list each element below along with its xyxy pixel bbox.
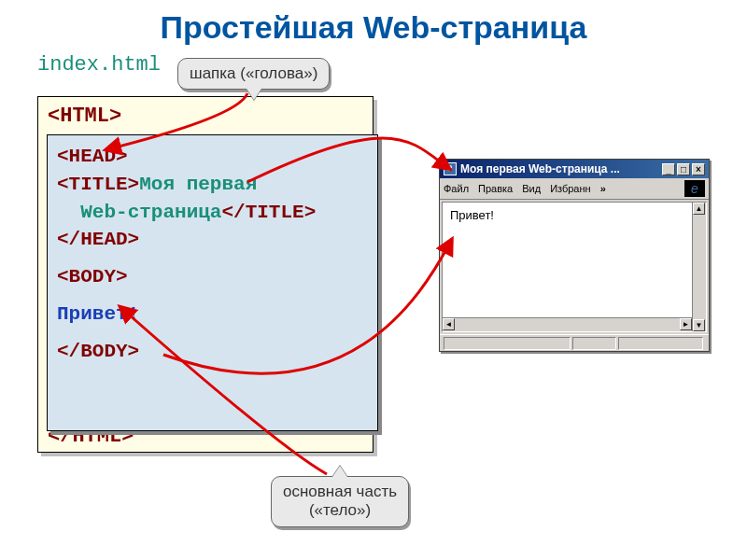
browser-window: Моя первая Web-страница ... _ □ × Файл П… [439, 159, 710, 352]
callout-body: основная часть («тело») [271, 476, 409, 527]
slide-title: Простейшая Web-страница [0, 9, 747, 46]
browser-menubar: Файл Правка Вид Избранн » e [440, 178, 709, 200]
code-title-open: <TITLE> [57, 174, 139, 195]
code-head-close: </HEAD> [57, 229, 139, 250]
window-maximize-button[interactable]: □ [677, 163, 690, 175]
browser-statusbar [440, 334, 709, 351]
menu-more[interactable]: » [600, 183, 606, 194]
window-close-button[interactable]: × [692, 163, 705, 175]
ie-icon [444, 162, 457, 175]
code-body-text: Привет! [57, 303, 139, 325]
browser-titlebar: Моя первая Web-страница ... _ □ × [440, 160, 709, 178]
filename-label: index.html [37, 53, 747, 77]
menu-favorites[interactable]: Избранн [550, 183, 591, 194]
code-head-open: <HEAD> [57, 146, 128, 167]
page-content: Привет! [450, 208, 494, 222]
menu-view[interactable]: Вид [522, 183, 541, 194]
menu-file[interactable]: Файл [444, 183, 469, 194]
scroll-right-icon[interactable]: ► [680, 318, 692, 330]
code-title-text2: Web-страница [80, 202, 221, 223]
code-html-open: <HTML> [48, 105, 363, 128]
code-inner-box: <HEAD> <TITLE>Моя первая Web-страница</T… [47, 134, 378, 431]
callout-body-line1: основная часть [283, 483, 397, 500]
browser-title-text: Моя первая Web-страница ... [460, 162, 620, 175]
browser-viewport: Привет! ▲ ▼ ◄ ► [442, 202, 707, 332]
window-minimize-button[interactable]: _ [662, 163, 675, 175]
menu-edit[interactable]: Правка [478, 183, 513, 194]
scrollbar-vertical[interactable]: ▲ ▼ [692, 203, 706, 331]
ie-logo-icon: e [684, 180, 705, 197]
code-body-close: </BODY> [57, 341, 139, 362]
code-title-close: </TITLE> [221, 202, 316, 223]
code-body-open: <BODY> [57, 266, 128, 287]
callout-head: шапка («голова») [177, 58, 330, 90]
scroll-left-icon[interactable]: ◄ [443, 318, 455, 330]
scroll-up-icon[interactable]: ▲ [693, 203, 705, 215]
code-title-text1: Моя первая [139, 174, 257, 195]
callout-body-line2: («тело») [309, 501, 371, 519]
scrollbar-horizontal[interactable]: ◄ ► [443, 317, 692, 331]
scroll-down-icon[interactable]: ▼ [693, 319, 705, 331]
